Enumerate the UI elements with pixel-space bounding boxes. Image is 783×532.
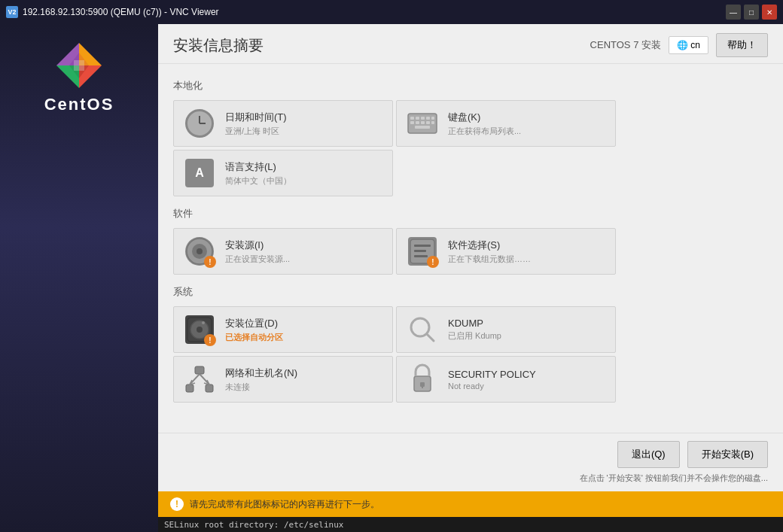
svg-rect-27 (414, 255, 428, 257)
svg-rect-36 (206, 385, 213, 392)
kdump-icon (406, 313, 439, 346)
keyboard-icon (406, 107, 439, 140)
header-right: CENTOS 7 安装 🌐 cn 帮助！ (590, 33, 768, 57)
main-container: CentOS 安装信息摘要 CENTOS 7 安装 🌐 cn 帮助！ 本地化 (0, 24, 783, 532)
page-title: 安装信息摘要 (173, 35, 264, 56)
language-icon: A (183, 157, 216, 190)
language-subtitle: 简体中文（中国） (225, 175, 291, 187)
keyboard-subtitle: 正在获得布局列表... (448, 126, 521, 137)
minimize-button[interactable]: — (726, 5, 741, 20)
software-select-subtitle: 正在下载组元数据…… (448, 254, 531, 265)
sidebar: CentOS (0, 24, 158, 532)
svg-rect-19 (431, 121, 434, 124)
centos-logo: CentOS (41, 39, 117, 114)
svg-rect-20 (415, 126, 430, 129)
svg-point-31 (202, 321, 205, 324)
svg-rect-13 (426, 117, 430, 120)
system-grid: ! 安装位置(D) 已选择自动分区 (173, 306, 768, 403)
quit-button[interactable]: 退出(Q) (617, 441, 680, 468)
content-area: 安装信息摘要 CENTOS 7 安装 🌐 cn 帮助！ 本地化 日期和时间(T) (158, 24, 783, 532)
dest-warning-badge: ! (204, 334, 216, 346)
software-select-icon: ! (406, 235, 439, 268)
start-install-button[interactable]: 开始安装(B) (687, 441, 768, 468)
install-dest-subtitle: 已选择自动分区 (225, 332, 283, 343)
footer-buttons: 退出(Q) 开始安装(B) (617, 441, 768, 468)
warning-text: 请先完成带有此图标标记的内容再进行下一步。 (190, 498, 379, 511)
footer: 退出(Q) 开始安装(B) 在点击 '开始安装' 按钮前我们并不会操作您的磁盘.… (158, 433, 783, 491)
page-header: 安装信息摘要 CENTOS 7 安装 🌐 cn 帮助！ (158, 24, 783, 64)
svg-rect-25 (414, 245, 431, 247)
datetime-title: 日期和时间(T) (225, 111, 287, 124)
software-select-text: 软件选择(S) 正在下载组元数据…… (448, 239, 531, 265)
svg-rect-11 (416, 117, 419, 120)
centos-symbol (53, 39, 105, 92)
install-source-tile[interactable]: ! 安装源(I) 正在设置安装源... (173, 228, 393, 275)
security-title: SECURITY POLICY (448, 369, 536, 380)
network-subtitle: 未连接 (225, 382, 297, 393)
svg-rect-17 (421, 121, 425, 124)
svg-rect-34 (195, 366, 204, 374)
network-title: 网络和主机名(N) (225, 366, 297, 380)
install-dest-tile[interactable]: ! 安装位置(D) 已选择自动分区 (173, 306, 393, 353)
maximize-button[interactable]: □ (744, 5, 759, 20)
window-title: 192.168.92.130:5900 (QEMU (c7)) - VNC Vi… (23, 7, 721, 17)
svg-rect-16 (416, 121, 419, 124)
software-grid: ! 安装源(I) 正在设置安装源... (173, 228, 768, 275)
kdump-text: KDUMP 已启用 Kdump (448, 318, 501, 342)
titlebar: V2 192.168.92.130:5900 (QEMU (c7)) - VNC… (0, 0, 783, 24)
svg-rect-15 (410, 121, 414, 124)
svg-rect-18 (426, 121, 430, 124)
section-title-localization: 本地化 (173, 79, 768, 93)
centos-install-title: CENTOS 7 安装 (590, 38, 661, 52)
window-controls: — □ ✕ (726, 5, 777, 20)
keyboard-text: 键盘(K) 正在获得布局列表... (448, 111, 521, 137)
datetime-text: 日期和时间(T) 亚洲/上海 时区 (225, 111, 287, 137)
kdump-title: KDUMP (448, 318, 501, 329)
language-text: 语言支持(L) 简体中文（中国） (225, 160, 291, 187)
software-select-title: 软件选择(S) (448, 239, 531, 252)
install-source-text: 安装源(I) 正在设置安装源... (225, 239, 290, 265)
warning-bar: ! 请先完成带有此图标标记的内容再进行下一步。 (158, 491, 783, 517)
svg-rect-12 (421, 117, 425, 120)
language-button[interactable]: 🌐 cn (669, 36, 708, 54)
security-text: SECURITY POLICY Not ready (448, 369, 536, 391)
language-title: 语言支持(L) (225, 160, 291, 174)
install-source-subtitle: 正在设置安装源... (225, 254, 290, 265)
svg-rect-35 (186, 385, 193, 392)
install-dest-title: 安装位置(D) (225, 317, 283, 330)
security-icon (406, 363, 439, 396)
terminal-text: SELinux root directory: /etc/selinux (164, 520, 343, 530)
keyboard-tile[interactable]: 键盘(K) 正在获得布局列表... (396, 100, 616, 147)
security-subtitle: Not ready (448, 382, 536, 391)
datetime-subtitle: 亚洲/上海 时区 (225, 126, 287, 137)
software-select-tile[interactable]: ! 软件选择(S) 正在下载组元数据…… (396, 228, 616, 275)
svg-rect-14 (431, 117, 434, 120)
svg-rect-8 (74, 60, 84, 71)
sections-container: 本地化 日期和时间(T) 亚洲/上海 时区 (158, 64, 783, 433)
keyboard-title: 键盘(K) (448, 111, 521, 124)
datetime-tile[interactable]: 日期和时间(T) 亚洲/上海 时区 (173, 100, 393, 147)
svg-point-30 (197, 327, 203, 333)
source-warning-badge: ! (204, 256, 216, 268)
install-dest-text: 安装位置(D) 已选择自动分区 (225, 317, 283, 343)
warning-icon: ! (170, 497, 184, 511)
centos-text: CentOS (44, 95, 114, 114)
software-warning-badge: ! (427, 256, 439, 268)
language-tile[interactable]: A 语言支持(L) 简体中文（中国） (173, 150, 393, 196)
localization-grid: 日期和时间(T) 亚洲/上海 时区 (173, 100, 768, 196)
kdump-tile[interactable]: KDUMP 已启用 Kdump (396, 306, 616, 353)
datetime-icon (183, 107, 216, 140)
install-source-title: 安装源(I) (225, 239, 290, 252)
network-icon (183, 363, 216, 396)
app-icon: V2 (6, 6, 18, 18)
svg-rect-26 (414, 250, 426, 252)
network-text: 网络和主机名(N) 未连接 (225, 366, 297, 393)
section-title-software: 软件 (173, 207, 768, 220)
install-dest-icon: ! (183, 313, 216, 346)
install-source-icon: ! (183, 235, 216, 268)
terminal-strip: SELinux root directory: /etc/selinux (158, 517, 783, 532)
close-button[interactable]: ✕ (762, 5, 777, 20)
network-tile[interactable]: 网络和主机名(N) 未连接 (173, 356, 393, 403)
help-button[interactable]: 帮助！ (716, 33, 768, 57)
security-tile[interactable]: SECURITY POLICY Not ready (396, 356, 616, 403)
